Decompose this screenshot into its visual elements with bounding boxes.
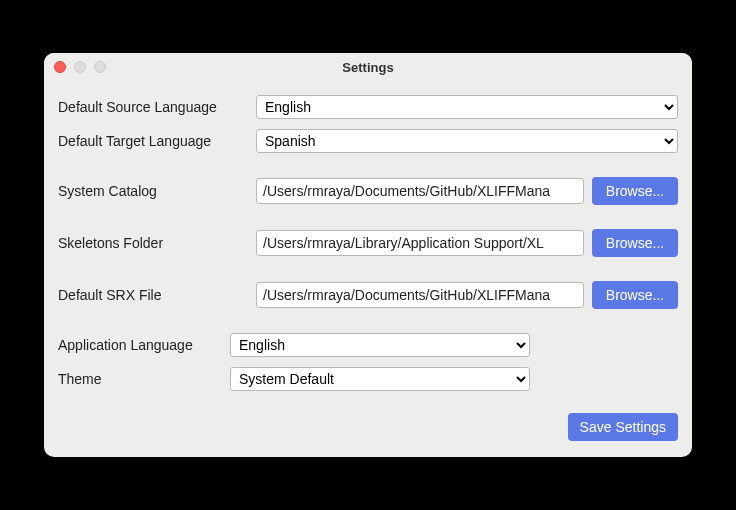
default-srx-input[interactable] <box>256 282 584 308</box>
content: Default Source Language English Default … <box>44 81 692 457</box>
skeletons-folder-browse-button[interactable]: Browse... <box>592 229 678 257</box>
application-language-select[interactable]: English <box>230 333 530 357</box>
skeletons-folder-input[interactable] <box>256 230 584 256</box>
window-title: Settings <box>54 60 682 75</box>
minimize-icon[interactable] <box>74 61 86 73</box>
theme-select[interactable]: System Default <box>230 367 530 391</box>
source-language-label: Default Source Language <box>58 99 248 115</box>
titlebar: Settings <box>44 53 692 81</box>
default-srx-label: Default SRX File <box>58 287 248 303</box>
maximize-icon[interactable] <box>94 61 106 73</box>
save-settings-button[interactable]: Save Settings <box>568 413 678 441</box>
close-icon[interactable] <box>54 61 66 73</box>
system-catalog-browse-button[interactable]: Browse... <box>592 177 678 205</box>
system-catalog-input[interactable] <box>256 178 584 204</box>
application-language-label: Application Language <box>58 337 222 353</box>
traffic-lights <box>54 61 106 73</box>
theme-label: Theme <box>58 371 222 387</box>
source-language-select[interactable]: English <box>256 95 678 119</box>
settings-window: Settings Default Source Language English… <box>44 53 692 457</box>
system-catalog-label: System Catalog <box>58 183 248 199</box>
skeletons-folder-label: Skeletons Folder <box>58 235 248 251</box>
target-language-label: Default Target Language <box>58 133 248 149</box>
target-language-select[interactable]: Spanish <box>256 129 678 153</box>
default-srx-browse-button[interactable]: Browse... <box>592 281 678 309</box>
